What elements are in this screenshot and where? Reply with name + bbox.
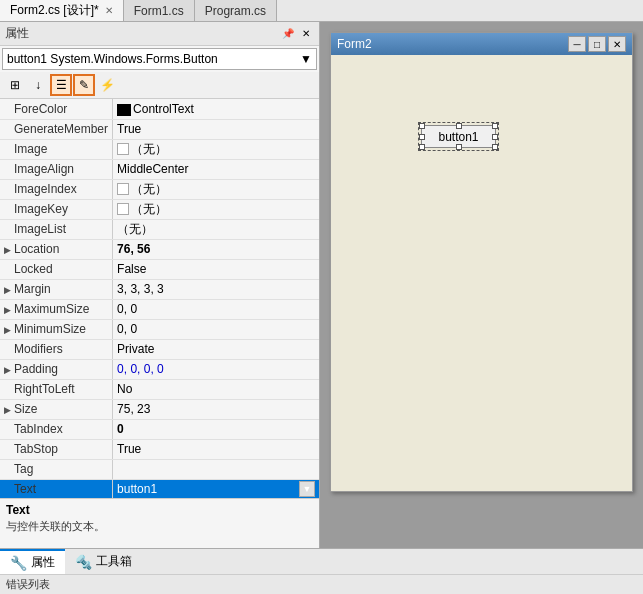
props-table: ForeColorControlTextGenerateMemberTrueIm… [0,99,319,498]
prop-name: ImageList [14,222,66,236]
prop-name: ImageKey [14,202,68,216]
pin-icon[interactable]: 📌 [280,26,296,42]
checkbox-icon[interactable] [117,183,129,195]
table-row[interactable]: ▶Margin3, 3, 3, 3 [0,279,319,299]
button1-label: button1 [438,130,478,144]
expand-arrow-icon[interactable]: ▶ [4,365,14,375]
table-row[interactable]: ModifiersPrivate [0,339,319,359]
prop-name: ImageIndex [14,182,77,196]
table-row[interactable]: TabIndex0 [0,419,319,439]
alphabetical-icon[interactable]: ↓ [27,74,49,96]
table-row[interactable]: TabStopTrue [0,439,319,459]
expand-arrow-icon[interactable]: ▶ [4,305,14,315]
prop-value-text: 0, 0, 0, 0 [117,362,164,376]
prop-value[interactable]: （无） [113,199,319,219]
prop-value[interactable]: No [113,379,319,399]
form-close-button[interactable]: ✕ [608,36,626,52]
tab-program[interactable]: Program.cs [195,0,277,21]
close-props-icon[interactable]: ✕ [298,26,314,42]
tab-form2-design-close[interactable]: ✕ [105,5,113,16]
prop-name: TabStop [14,442,58,456]
prop-name: Size [14,402,37,416]
props-title-bar: 属性 📌 ✕ [0,22,319,46]
prop-value-text: button1 [117,482,157,496]
categorized-icon[interactable]: ⊞ [4,74,26,96]
prop-name: RightToLeft [14,382,75,396]
handle-ml [419,134,425,140]
prop-name: GenerateMember [14,122,108,136]
prop-name: Modifiers [14,342,63,356]
tab-form1[interactable]: Form1.cs [124,0,195,21]
table-row[interactable]: ImageAlignMiddleCenter [0,159,319,179]
prop-name: MaximumSize [14,302,89,316]
table-row[interactable]: Tag [0,459,319,479]
toolbox-tab-icon: 🔩 [75,554,92,570]
props-title-icons: 📌 ✕ [280,26,314,42]
tab-form2-design[interactable]: Form2.cs [设计]* ✕ [0,0,124,21]
expand-arrow-icon[interactable]: ▶ [4,325,14,335]
form-body[interactable]: button1 [331,55,632,491]
prop-value[interactable]: MiddleCenter [113,159,319,179]
bottom-tab-bar: 🔧 属性 🔩 工具箱 [0,548,643,574]
bottom-tab-toolbox[interactable]: 🔩 工具箱 [65,549,142,574]
table-row[interactable]: GenerateMemberTrue [0,119,319,139]
prop-value[interactable]: 0 [113,419,319,439]
table-row[interactable]: ForeColorControlText [0,99,319,119]
prop-value[interactable]: Private [113,339,319,359]
expand-arrow-icon[interactable]: ▶ [4,405,14,415]
prop-name: TabIndex [14,422,63,436]
table-row[interactable]: ▶MaximumSize0, 0 [0,299,319,319]
table-row[interactable]: ImageIndex（无） [0,179,319,199]
form-maximize-button[interactable]: □ [588,36,606,52]
prop-value[interactable]: False [113,259,319,279]
prop-value[interactable]: 0, 0 [113,319,319,339]
form-minimize-button[interactable]: ─ [568,36,586,52]
table-row[interactable]: ▶Padding0, 0, 0, 0 [0,359,319,379]
prop-name: Margin [14,282,51,296]
table-row[interactable]: ▶Location76, 56 [0,239,319,259]
dropdown-arrow-icon[interactable]: ▼ [299,481,315,497]
color-swatch-icon [117,104,131,116]
handle-bm [456,144,462,150]
prop-value[interactable]: （无） [113,139,319,159]
table-row[interactable]: ImageKey（无） [0,199,319,219]
prop-value[interactable]: 3, 3, 3, 3 [113,279,319,299]
tab-form1-label: Form1.cs [134,4,184,18]
propertypage-icon[interactable]: ⚡ [96,74,118,96]
component-selector[interactable]: button1 System.Windows.Forms.Button ▼ [2,48,317,70]
checkbox-icon[interactable] [117,143,129,155]
bottom-tab-properties[interactable]: 🔧 属性 [0,549,65,574]
prop-value[interactable]: ControlText [113,99,319,119]
table-row[interactable]: LockedFalse [0,259,319,279]
prop-value[interactable]: 75, 23 [113,399,319,419]
table-row[interactable]: ▶MinimumSize0, 0 [0,319,319,339]
designer-area: Form2 ─ □ ✕ button1 [320,22,643,548]
prop-value[interactable]: 0, 0, 0, 0 [113,359,319,379]
table-row[interactable]: Textbutton1▼ [0,479,319,498]
prop-value[interactable] [113,459,319,479]
checkbox-icon[interactable] [117,203,129,215]
prop-value-text: 76, 56 [117,242,150,256]
form-window: Form2 ─ □ ✕ button1 [330,32,633,492]
prop-value[interactable]: 76, 56 [113,239,319,259]
events-icon[interactable]: ✎ [73,74,95,96]
prop-value[interactable]: 0, 0 [113,299,319,319]
table-row[interactable]: RightToLeftNo [0,379,319,399]
handle-mr [492,134,498,140]
prop-name: Text [14,482,36,496]
table-row[interactable]: ▶Size75, 23 [0,399,319,419]
component-selector-arrow[interactable]: ▼ [300,52,312,66]
prop-value[interactable]: （无） [113,179,319,199]
prop-value[interactable]: （无） [113,219,319,239]
props-table-container[interactable]: ForeColorControlTextGenerateMemberTrueIm… [0,99,319,498]
table-row[interactable]: ImageList（无） [0,219,319,239]
properties-icon[interactable]: ☰ [50,74,72,96]
prop-value[interactable]: button1▼ [113,480,319,499]
expand-arrow-icon[interactable]: ▶ [4,245,14,255]
props-panel-title: 属性 [5,25,29,42]
expand-arrow-icon[interactable]: ▶ [4,285,14,295]
table-row[interactable]: Image（无） [0,139,319,159]
prop-value[interactable]: True [113,439,319,459]
button1-control[interactable]: button1 [421,125,496,148]
prop-value[interactable]: True [113,119,319,139]
